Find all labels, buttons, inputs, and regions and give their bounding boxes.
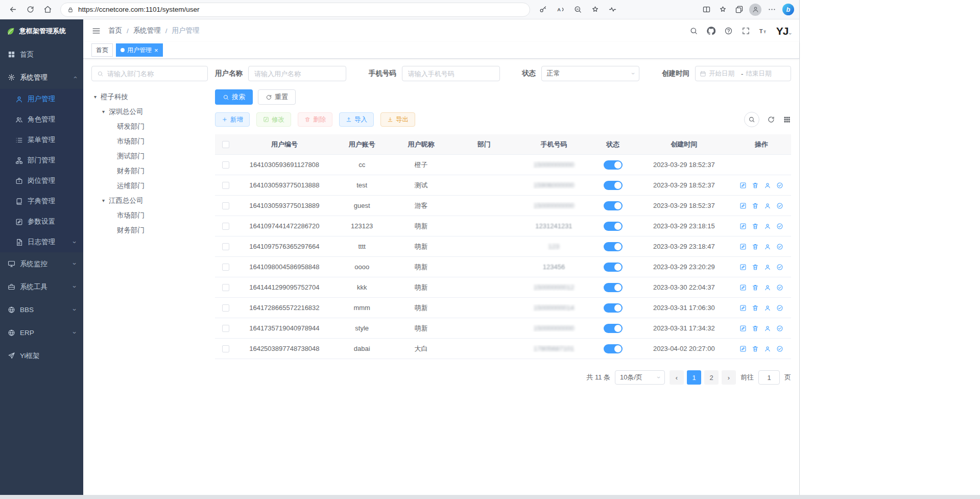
sidebar-item[interactable]: 岗位管理: [0, 171, 83, 191]
collapse-sidebar-icon[interactable]: [91, 26, 101, 36]
profile-avatar[interactable]: [748, 3, 763, 17]
jump-page-input[interactable]: [758, 370, 780, 385]
row-edit-icon[interactable]: [739, 284, 747, 291]
row-reset-password-icon[interactable]: [764, 264, 771, 271]
row-checkbox[interactable]: [222, 345, 229, 352]
row-checkbox[interactable]: [222, 223, 229, 230]
app-logo[interactable]: 意框架管理系统: [0, 19, 83, 43]
favorite-add-icon[interactable]: [587, 3, 603, 17]
reload-icon[interactable]: [22, 3, 38, 17]
status-toggle[interactable]: [604, 160, 623, 170]
row-assign-role-icon[interactable]: [776, 182, 783, 189]
row-checkbox[interactable]: [222, 304, 229, 312]
row-reset-password-icon[interactable]: [764, 325, 771, 332]
sidebar-item[interactable]: 部门管理: [0, 150, 83, 171]
tree-node[interactable]: 研发部门: [91, 119, 208, 134]
status-toggle[interactable]: [604, 283, 623, 292]
row-reset-password-icon[interactable]: [764, 202, 771, 209]
row-assign-role-icon[interactable]: [776, 304, 783, 312]
status-toggle[interactable]: [604, 181, 623, 190]
dept-search-input[interactable]: [107, 70, 202, 78]
browser-essentials-icon[interactable]: [605, 3, 620, 17]
fullscreen-icon[interactable]: [742, 27, 750, 35]
phone-input[interactable]: [402, 66, 500, 81]
row-edit-icon[interactable]: [739, 182, 747, 189]
tab-item[interactable]: 首页: [91, 43, 113, 57]
more-icon[interactable]: [764, 3, 779, 17]
row-assign-role-icon[interactable]: [776, 325, 783, 332]
tree-node[interactable]: ▾江西总公司: [91, 193, 208, 208]
row-delete-icon[interactable]: [752, 202, 759, 209]
row-delete-icon[interactable]: [752, 325, 759, 332]
page-size-select[interactable]: 10条/页 ›: [615, 370, 665, 385]
row-reset-password-icon[interactable]: [764, 223, 771, 230]
breadcrumb-home[interactable]: 首页: [108, 26, 122, 35]
tree-node[interactable]: 财务部门: [91, 223, 208, 237]
row-checkbox[interactable]: [222, 161, 229, 169]
row-edit-icon[interactable]: [739, 345, 747, 352]
row-delete-icon[interactable]: [752, 264, 759, 271]
date-range-picker[interactable]: -: [695, 66, 791, 81]
end-date-input[interactable]: [746, 70, 775, 77]
row-assign-role-icon[interactable]: [776, 223, 783, 230]
column-settings-icon[interactable]: [783, 115, 791, 124]
start-date-input[interactable]: [709, 70, 738, 77]
page-button[interactable]: 2: [704, 370, 719, 385]
tree-node[interactable]: 运维部门: [91, 178, 208, 193]
row-reset-password-icon[interactable]: [764, 345, 771, 352]
sidebar-item[interactable]: 参数设置: [0, 211, 83, 232]
tree-node[interactable]: ▾深圳总公司: [91, 104, 208, 119]
page-button[interactable]: 1: [687, 370, 701, 385]
select-all-checkbox[interactable]: [222, 141, 229, 148]
sidebar-item[interactable]: 系统工具›: [0, 275, 83, 298]
github-icon[interactable]: [707, 27, 715, 35]
address-bar[interactable]: https://ccnetcore.com:1101/system/user: [60, 3, 530, 17]
split-screen-icon[interactable]: [699, 3, 714, 17]
status-toggle[interactable]: [604, 263, 623, 272]
username-input[interactable]: [248, 66, 346, 81]
add-button[interactable]: 新增: [215, 112, 250, 127]
sidebar-item[interactable]: 首页: [0, 43, 83, 66]
zoom-icon[interactable]: [570, 3, 585, 17]
tree-node[interactable]: ▾橙子科技: [91, 89, 208, 104]
reset-button[interactable]: 重置: [258, 89, 296, 105]
prev-page-button[interactable]: ‹: [670, 370, 684, 385]
status-toggle[interactable]: [604, 344, 623, 353]
sidebar-item[interactable]: 系统监控›: [0, 252, 83, 275]
sidebar-item[interactable]: 用户管理: [0, 89, 83, 109]
password-key-icon[interactable]: [535, 3, 551, 17]
row-reset-password-icon[interactable]: [764, 182, 771, 189]
collections-icon[interactable]: [731, 3, 747, 17]
sidebar-item[interactable]: 角色管理: [0, 109, 83, 130]
delete-button[interactable]: 删除: [298, 112, 332, 127]
row-delete-icon[interactable]: [752, 304, 759, 312]
import-button[interactable]: 导入: [339, 112, 374, 127]
help-icon[interactable]: [724, 27, 733, 35]
row-delete-icon[interactable]: [752, 223, 759, 230]
status-toggle[interactable]: [604, 303, 623, 313]
row-delete-icon[interactable]: [752, 345, 759, 352]
row-reset-password-icon[interactable]: [764, 243, 771, 250]
copilot-icon[interactable]: b: [782, 4, 794, 15]
row-edit-icon[interactable]: [739, 202, 747, 209]
table-refresh-icon[interactable]: [767, 115, 775, 124]
row-assign-role-icon[interactable]: [776, 202, 783, 209]
sidebar-item[interactable]: 日志管理›: [0, 232, 83, 252]
row-assign-role-icon[interactable]: [776, 264, 783, 271]
read-aloud-icon[interactable]: A: [553, 3, 568, 17]
status-select[interactable]: 正常 ›: [541, 66, 639, 81]
row-checkbox[interactable]: [222, 284, 229, 291]
search-button[interactable]: 搜索: [215, 89, 253, 105]
row-assign-role-icon[interactable]: [776, 345, 783, 352]
row-edit-icon[interactable]: [739, 264, 747, 271]
next-page-button[interactable]: ›: [722, 370, 736, 385]
row-edit-icon[interactable]: [739, 304, 747, 312]
row-checkbox[interactable]: [222, 243, 229, 250]
status-toggle[interactable]: [604, 201, 623, 210]
status-toggle[interactable]: [604, 242, 623, 251]
sidebar-item[interactable]: Yi框架: [0, 344, 83, 367]
row-reset-password-icon[interactable]: [764, 284, 771, 291]
row-checkbox[interactable]: [222, 325, 229, 332]
close-icon[interactable]: ×: [154, 47, 158, 54]
tab-item[interactable]: 用户管理×: [116, 43, 163, 57]
